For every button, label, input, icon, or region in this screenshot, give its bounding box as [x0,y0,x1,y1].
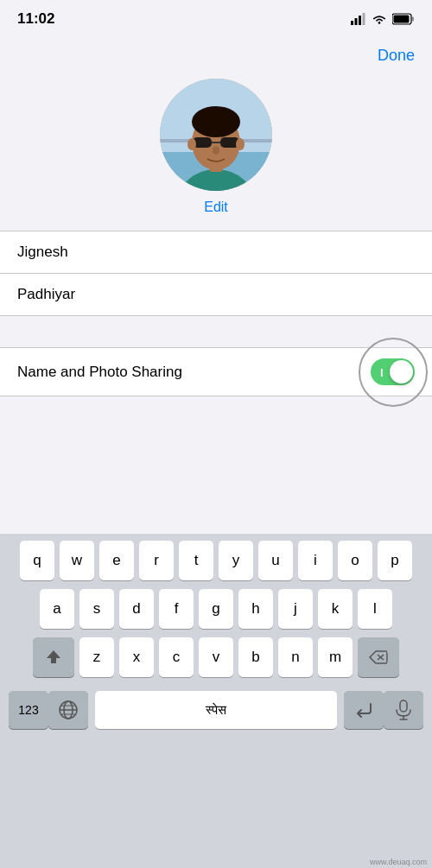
key-j[interactable]: j [278,589,313,629]
section-spacer [0,316,432,347]
header-row: Done [0,38,432,70]
mic-icon [395,700,412,720]
key-p[interactable]: p [378,541,412,580]
svg-rect-7 [394,16,410,23]
last-name-field[interactable]: Padhiyar [0,274,432,316]
svg-point-19 [236,138,245,150]
globe-key[interactable] [48,691,88,729]
key-123[interactable]: 123 [9,691,48,729]
status-bar: 11:02 [0,0,432,38]
svg-rect-1 [355,18,358,25]
key-row-2: a s d f g h j k l [3,589,429,629]
svg-point-4 [378,22,381,24]
key-z[interactable]: z [79,637,114,677]
svg-rect-3 [363,13,365,25]
key-b[interactable]: b [238,637,273,677]
key-d[interactable]: d [119,589,154,629]
avatar-circle [160,79,272,191]
key-u[interactable]: u [258,541,293,580]
key-h[interactable]: h [238,589,273,629]
svg-point-18 [187,138,196,150]
status-time: 11:02 [17,10,54,28]
key-m[interactable]: m [318,637,353,677]
keyboard-rows: q w e r t y u i o p a s d f g h j k l [0,534,432,687]
svg-point-14 [192,106,240,137]
first-name-field[interactable]: Jignesh [0,231,432,274]
key-r[interactable]: r [139,541,174,580]
key-k[interactable]: k [318,589,353,629]
toggle-wrapper[interactable]: I [371,358,415,385]
svg-rect-0 [351,21,353,25]
status-icons [351,13,415,25]
key-l[interactable]: l [358,589,392,629]
shift-key[interactable] [33,637,74,677]
toggle-track[interactable]: I [371,358,415,385]
signal-icon [351,13,366,25]
keyboard: q w e r t y u i o p a s d f g h j k l [0,534,432,868]
toggle-thumb [390,360,413,383]
key-w[interactable]: w [60,541,94,580]
key-c[interactable]: c [159,637,194,677]
shift-icon [45,649,62,666]
mic-key[interactable] [384,691,423,729]
edit-button[interactable]: Edit [204,198,228,222]
delete-icon [369,650,388,664]
avatar-section: Edit [0,70,432,227]
key-n[interactable]: n [278,637,313,677]
svg-point-20 [213,146,219,155]
avatar-image [160,79,272,191]
sharing-label: Name and Photo Sharing [17,364,182,381]
watermark: www.deuaq.com [370,858,427,866]
key-s[interactable]: s [79,589,114,629]
sharing-row: Name and Photo Sharing I [0,347,432,396]
svg-rect-6 [412,17,415,22]
key-i[interactable]: i [298,541,333,580]
done-button[interactable]: Done [378,47,415,65]
key-g[interactable]: g [199,589,233,629]
delete-key[interactable] [358,637,399,677]
toggle-label: I [380,365,384,378]
key-e[interactable]: e [99,541,134,580]
wifi-icon [372,13,387,25]
key-o[interactable]: o [338,541,372,580]
key-v[interactable]: v [199,637,233,677]
key-row-3: z x c v b n m [3,637,429,677]
key-x[interactable]: x [119,637,154,677]
key-q[interactable]: q [20,541,54,580]
return-key[interactable] [344,691,384,729]
space-key[interactable]: स्पेस [95,691,337,729]
svg-rect-28 [400,700,407,712]
key-a[interactable]: a [40,589,74,629]
globe-icon [58,700,79,720]
key-row-1: q w e r t y u i o p [3,541,429,580]
svg-rect-2 [359,16,361,25]
key-f[interactable]: f [159,589,194,629]
keyboard-bottom-bar: 123 स्पेस [0,687,432,753]
key-y[interactable]: y [219,541,253,580]
form-section: Jignesh Padhiyar [0,231,432,316]
battery-icon [392,13,415,25]
key-t[interactable]: t [179,541,213,580]
content-area: Done [0,38,432,396]
return-icon [353,702,374,718]
